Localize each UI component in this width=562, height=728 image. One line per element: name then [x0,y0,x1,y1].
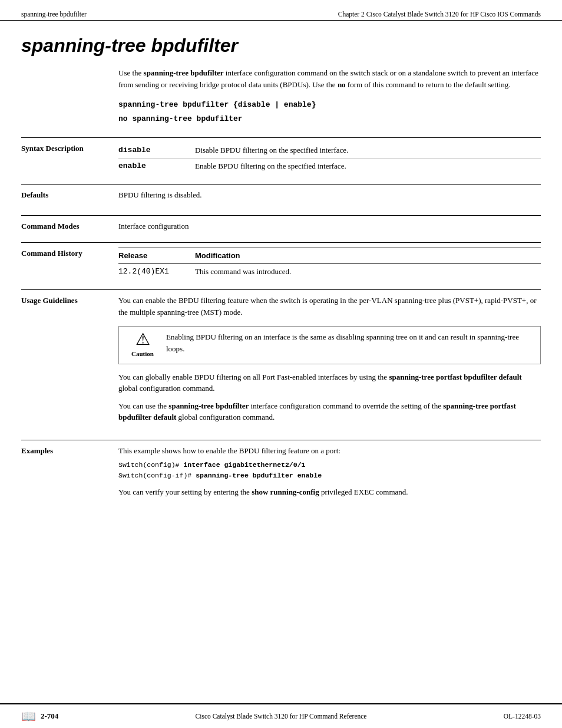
book-icon: 📖 [21,709,36,723]
table-row: enable Enable BPDU filtering on the spec… [118,158,541,173]
usage-bold-1: spanning-tree portfast bpdufilter defaul… [389,373,521,381]
command-modes-content: Interface configuration [118,220,541,232]
defaults-label: Defaults [21,189,118,205]
usage-bold-2: spanning-tree bpdufilter [168,401,249,410]
syntax-keyword-disable: disable [118,143,195,158]
usage-guidelines-label: Usage Guidelines [21,295,118,429]
code-line2-normal: Switch(config-if)# [118,472,196,479]
code-block: Switch(config)# interface gigabitetherne… [118,460,541,482]
footer-center: Cisco Catalyst Blade Switch 3120 for HP … [196,713,367,720]
caution-text: Enabling BPDU filtering on an interface … [166,331,534,354]
code-line-1: Switch(config)# interface gigabitetherne… [118,460,541,470]
command-syntax-line2: no spanning-tree bpdufilter [118,114,541,123]
page: spanning-tree bpdufilter Chapter 2 Cisco… [0,0,562,728]
examples-verify: You can verify your setting by entering … [118,486,541,498]
command-history-content: Release Modification 12.2(40)EX1 This co… [118,248,541,279]
table-row: disable Disable BPDU filtering on the sp… [118,143,541,158]
code-line1-bold: interface gigabitethernet2/0/1 [183,461,305,469]
history-release: 12.2(40)EX1 [118,263,195,279]
header-section: spanning-tree bpdufilter [21,11,281,18]
usage-guidelines-section: Usage Guidelines You can enable the BPDU… [21,289,541,429]
defaults-content: BPDU filtering is disabled. [118,189,541,201]
caution-label: Caution [131,349,154,359]
caution-triangle-icon: ⚠ [135,331,150,348]
code-line1-normal: Switch(config)# [118,461,183,469]
footer-left: 📖 2-704 [21,709,58,723]
defaults-section: Defaults BPDU filtering is disabled. [21,184,541,205]
footer-right: OL-12248-03 [504,713,541,720]
examples-intro: This example shows how to enable the BPD… [118,445,541,457]
page-title: spanning-tree bpdufilter [21,35,541,57]
col-release: Release [118,248,195,264]
examples-show-cmd: show running-config [252,487,319,496]
table-row: 12.2(40)EX1 This command was introduced. [118,263,541,279]
intro-no-bold: no [338,80,346,89]
command-history-table: Release Modification 12.2(40)EX1 This co… [118,248,541,279]
command-syntax-line1: spanning-tree bpdufilter {disable | enab… [118,100,541,109]
page-header: spanning-tree bpdufilter Chapter 2 Cisco… [0,0,562,21]
usage-para-2: You can globally enable BPDU filtering o… [118,371,541,394]
examples-label: Examples [21,445,118,498]
command-history-section: Command History Release Modification 12.… [21,242,541,279]
syntax-desc-disable: Disable BPDU filtering on the specified … [195,143,541,158]
syntax-table: disable Disable BPDU filtering on the sp… [118,143,541,173]
col-modification: Modification [195,248,541,264]
cmd-no-syntax-text: no spanning-tree bpdufilter [118,114,243,123]
usage-para-1: You can enable the BPDU filtering featur… [118,295,541,318]
usage-guidelines-content: You can enable the BPDU filtering featur… [118,295,541,429]
command-history-label: Command History [21,248,118,279]
history-modification: This command was introduced. [195,263,541,279]
intro-paragraph: Use the spanning-tree bpdufilter interfa… [118,67,541,90]
syntax-description-label: Syntax Description [21,143,118,173]
code-line2-bold: spanning-tree bpdufilter enable [196,472,322,479]
page-footer: 📖 2-704 Cisco Catalyst Blade Switch 3120… [0,703,562,728]
examples-section: Examples This example shows how to enabl… [21,440,541,498]
syntax-keyword-enable: enable [118,158,195,173]
command-modes-section: Command Modes Interface configuration [21,215,541,232]
syntax-desc-enable: Enable BPDU filtering on the specified i… [195,158,541,173]
usage-para-3: You can use the spanning-tree bpdufilter… [118,400,541,423]
caution-box: ⚠ Caution Enabling BPDU filtering on an … [118,326,541,364]
cmd-syntax-text: spanning-tree bpdufilter {disable | enab… [118,100,316,109]
examples-content: This example shows how to enable the BPD… [118,445,541,498]
syntax-description-section: Syntax Description disable Disable BPDU … [21,137,541,173]
footer-page-number: 2-704 [41,711,58,721]
intro-cmd-bold: spanning-tree bpdufilter [144,68,224,77]
code-line-2: Switch(config-if)# spanning-tree bpdufil… [118,470,541,481]
table-header-row: Release Modification [118,248,541,264]
header-chapter: Chapter 2 Cisco Catalyst Blade Switch 31… [281,11,541,18]
syntax-description-content: disable Disable BPDU filtering on the sp… [118,143,541,173]
caution-icon-area: ⚠ Caution [125,331,166,359]
content-area: spanning-tree bpdufilter Use the spannin… [0,21,562,703]
command-modes-label: Command Modes [21,220,118,232]
